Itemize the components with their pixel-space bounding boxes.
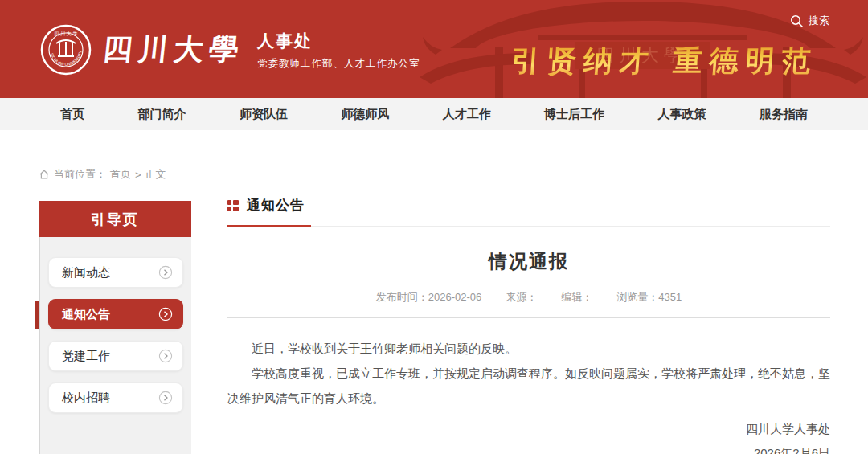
department-subtitle: 党委教师工作部、人才工作办公室 (257, 57, 420, 71)
sidebar-item-label: 党建工作 (62, 349, 110, 364)
meta-views: 浏览量：4351 (616, 290, 682, 305)
svg-text:四 川 大 学: 四 川 大 学 (54, 31, 77, 37)
search-label: 搜索 (809, 14, 829, 28)
signature-date: 2026年2月6日 (227, 441, 830, 454)
article-meta: 发布时间：2026-02-06 来源： 编辑： 浏览量：4351 (227, 290, 830, 318)
breadcrumb: 当前位置： 首页 > 正文 (39, 167, 166, 182)
chevron-right-circle-icon (158, 391, 173, 405)
breadcrumb-separator: > (135, 169, 141, 181)
sidebar-item-news[interactable]: 新闻动态 (48, 257, 183, 288)
search-icon (790, 14, 804, 28)
sidebar-panel: 新闻动态 通知公告 党建工作 (39, 237, 191, 454)
signature-name: 四川大学人事处 (227, 417, 830, 441)
nav-item-about[interactable]: 部门简介 (138, 107, 186, 122)
article-body: 近日，学校收到关于王竹卿老师相关问题的反映。 学校高度重视，已成立工作专班，并按… (227, 336, 830, 411)
grid-icon (227, 200, 239, 211)
meta-source: 来源： (506, 290, 537, 305)
nav-item-home[interactable]: 首页 (60, 107, 84, 122)
chevron-right-circle-icon (158, 349, 173, 363)
sidebar-item-label: 新闻动态 (62, 265, 110, 280)
main-nav: 首页 部门简介 师资队伍 师德师风 人才工作 博士后工作 人事政策 服务指南 (0, 98, 868, 130)
sidebar-item-recruit[interactable]: 校内招聘 (48, 382, 183, 413)
nav-item-policy[interactable]: 人事政策 (657, 107, 706, 122)
section-title: 通知公告 (247, 196, 305, 215)
nav-item-faculty[interactable]: 师资队伍 (240, 107, 288, 122)
nav-item-service[interactable]: 服务指南 (760, 107, 808, 122)
meta-publish-date: 发布时间：2026-02-06 (376, 290, 482, 305)
section-underline (227, 225, 311, 227)
nav-item-postdoc[interactable]: 博士后工作 (544, 107, 604, 122)
article-paragraph: 近日，学校收到关于王竹卿老师相关问题的反映。 (227, 336, 830, 361)
sidebar-item-label: 通知公告 (62, 307, 110, 322)
search-button[interactable]: 搜索 (790, 14, 829, 28)
university-logo[interactable]: SICHUAN UNIVERSITY 四 川 大 学 (40, 24, 92, 76)
home-icon (39, 169, 50, 180)
meta-editor: 编辑： (561, 290, 592, 305)
sidebar: 引导页 新闻动态 通知公告 党建工作 (39, 201, 191, 454)
breadcrumb-home-link[interactable]: 首页 (110, 167, 131, 182)
sidebar-title: 引导页 (39, 201, 191, 237)
sidebar-item-party[interactable]: 党建工作 (48, 341, 183, 371)
chevron-right-circle-icon (158, 307, 173, 321)
nav-item-ethics[interactable]: 师德师风 (341, 107, 389, 122)
nav-item-talent[interactable]: 人才工作 (443, 107, 491, 122)
main-content: 通知公告 情况通报 发布时间：2026-02-06 来源： 编辑： 浏览量：43… (227, 196, 830, 454)
chevron-right-circle-icon (158, 265, 173, 280)
sidebar-item-notices[interactable]: 通知公告 (48, 299, 183, 329)
breadcrumb-current: 正文 (145, 167, 166, 182)
breadcrumb-prefix: 当前位置： (54, 167, 106, 182)
page: 四川大學 SICHUAN UNIVERSITY 四 川 大 学 四川大學 (0, 0, 868, 454)
department-title: 人事处 (257, 30, 420, 52)
site-header: 四川大學 SICHUAN UNIVERSITY 四 川 大 学 四川大學 (0, 0, 868, 98)
signature-block: 四川大学人事处 2026年2月6日 (227, 417, 830, 454)
sidebar-item-label: 校内招聘 (62, 391, 110, 406)
article-paragraph: 学校高度重视，已成立工作专班，并按规定启动调查程序。如反映问题属实，学校将严肃处… (227, 361, 830, 411)
article-title: 情况通报 (227, 249, 830, 274)
slogan-text: 引贤纳才 重德明范 (510, 42, 820, 81)
section-header: 通知公告 (227, 196, 830, 227)
university-name: 四川大學 (100, 30, 246, 70)
